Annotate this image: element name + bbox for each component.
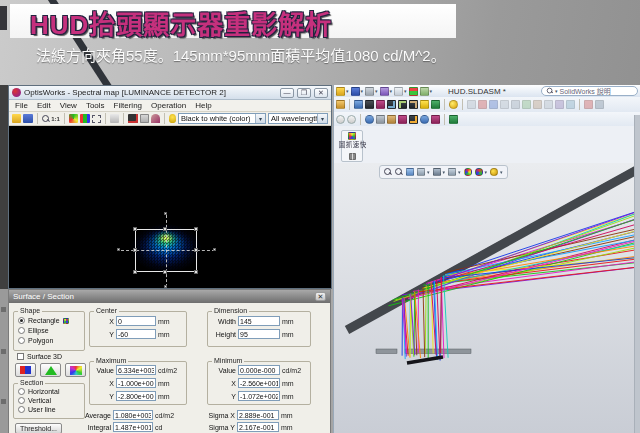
previous-view-icon[interactable] (406, 168, 414, 176)
selection-handle[interactable] (133, 227, 137, 231)
copy-icon[interactable] (110, 114, 119, 123)
color-bars-button[interactable] (15, 363, 36, 377)
selection-handle[interactable] (163, 270, 167, 274)
color-grid-button[interactable] (65, 363, 86, 377)
zoom-1-1-icon[interactable]: 1:1 (51, 116, 60, 122)
save-icon[interactable] (23, 114, 32, 123)
light-source-icon[interactable] (169, 114, 176, 123)
quick-capture-tab[interactable]: 快速抓圖 (341, 130, 363, 162)
shape-option-ellipse[interactable]: Ellipse (18, 327, 49, 334)
selection-handle[interactable] (164, 285, 167, 288)
minimize-icon[interactable]: — (280, 88, 294, 98)
toolbar-icon-linear-pattern[interactable] (365, 100, 374, 109)
zoom-fit-icon[interactable] (384, 168, 392, 176)
max-y-input[interactable] (116, 391, 156, 401)
zoom-icon[interactable] (42, 115, 50, 123)
selection-handle[interactable] (194, 248, 198, 252)
close-icon[interactable]: ✕ (314, 88, 328, 98)
display-style-icon[interactable] (448, 168, 456, 176)
menu-filtering[interactable]: Filtering (114, 101, 142, 110)
options-icon[interactable] (420, 87, 429, 96)
toolbar-icon-evaluate[interactable] (398, 115, 407, 124)
restore-icon[interactable]: ❐ (297, 88, 311, 98)
forward-icon[interactable] (347, 115, 356, 124)
min-value-input[interactable] (238, 365, 280, 375)
toolbar-icon-sketch[interactable] (376, 115, 385, 124)
radio-icon[interactable] (18, 397, 25, 404)
section-option-vertical[interactable]: Vertical (18, 397, 51, 404)
toolbar-icon-scene[interactable] (431, 115, 440, 124)
help-icon[interactable] (449, 100, 458, 109)
radio-icon[interactable] (18, 388, 25, 395)
menu-tools[interactable]: Tools (86, 101, 105, 110)
toolbar-icon-appearance[interactable] (420, 115, 429, 124)
print-icon[interactable] (365, 87, 374, 96)
center-x-input[interactable] (116, 316, 156, 326)
levels-icon[interactable] (128, 114, 137, 123)
section-option-user-line[interactable]: User line (18, 406, 56, 413)
radio-icon[interactable] (18, 406, 25, 413)
selection-handle[interactable] (194, 270, 198, 274)
section-view-icon[interactable] (417, 168, 425, 176)
hide-show-items-icon[interactable] (464, 168, 472, 176)
width-input[interactable] (238, 316, 280, 326)
selection-handle[interactable] (133, 270, 137, 274)
rebuild-icon[interactable] (409, 87, 418, 96)
selection-handle[interactable] (163, 227, 167, 231)
sigma-x-input[interactable] (237, 410, 279, 420)
close-icon[interactable]: ✕ (315, 292, 326, 301)
radio-icon[interactable] (18, 327, 25, 334)
min-y-input[interactable] (238, 391, 280, 401)
shape-option-polygon[interactable]: Polygon (18, 337, 53, 344)
threshold-button[interactable]: Threshold... (15, 423, 62, 433)
toolbar-icon-smart-fasteners[interactable] (376, 100, 385, 109)
center-y-input[interactable] (116, 329, 156, 339)
solidworks-viewport[interactable]: ▾ ▾ ▾ ▾ ▾ (334, 163, 640, 433)
measure-icon[interactable] (151, 114, 160, 123)
view-orientation-icon[interactable] (433, 168, 441, 176)
min-x-input[interactable] (238, 378, 280, 388)
edit-appearance-icon[interactable] (475, 168, 483, 176)
save-icon[interactable] (351, 87, 360, 96)
select-area-icon[interactable] (92, 115, 102, 123)
luminance-map-canvas[interactable] (9, 126, 331, 288)
solidworks-search-box[interactable]: ▾ SolidWorks 說明 (541, 86, 638, 96)
shape-option-rectangle[interactable]: Rectangle (18, 317, 69, 324)
toolbar-icon-display[interactable] (409, 115, 418, 124)
cie-triangle-button[interactable] (40, 363, 61, 377)
surface-section-titlebar[interactable]: Surface / Section ✕ (9, 290, 330, 303)
zoom-area-icon[interactable] (395, 168, 403, 176)
menu-operation[interactable]: Operation (151, 101, 186, 110)
menu-help[interactable]: Help (195, 101, 211, 110)
checkbox-icon[interactable] (17, 353, 24, 360)
selection-rectangle[interactable] (135, 229, 197, 272)
colormap-select[interactable]: Black to white (color) (178, 113, 266, 124)
average-input[interactable] (113, 410, 153, 420)
menu-view[interactable]: View (60, 101, 77, 110)
max-value-input[interactable] (116, 365, 156, 375)
selection-handle[interactable] (194, 227, 198, 231)
toolbar-icon-show-hidden[interactable] (398, 100, 407, 109)
toolbar-icon-bom[interactable] (431, 100, 440, 109)
selection-handle[interactable] (164, 212, 167, 215)
undo-icon[interactable] (380, 87, 389, 96)
chromatic-icon[interactable] (69, 114, 78, 123)
task-pane-edge[interactable] (634, 115, 640, 433)
max-x-input[interactable] (116, 378, 156, 388)
toolbar-icon-zoom[interactable] (365, 115, 374, 124)
radio-icon[interactable] (18, 337, 25, 344)
selection-handle[interactable] (133, 248, 137, 252)
radio-icon[interactable] (18, 317, 25, 324)
apply-scene-icon[interactable] (490, 168, 498, 176)
open-icon[interactable] (336, 87, 345, 96)
toolbar-icon-view-settings[interactable] (449, 115, 458, 124)
wavelength-select[interactable]: All wavelengths (268, 113, 328, 124)
back-icon[interactable] (336, 115, 345, 124)
toolbar-icon-insert-component[interactable] (336, 100, 345, 109)
toolbar-icon-reference[interactable] (420, 100, 429, 109)
selection-handle[interactable] (213, 248, 216, 251)
menu-file[interactable]: File (15, 101, 28, 110)
open-icon[interactable] (12, 114, 21, 123)
adjust-icon[interactable] (140, 114, 149, 123)
section-option-horizontal[interactable]: Horizontal (18, 388, 60, 395)
